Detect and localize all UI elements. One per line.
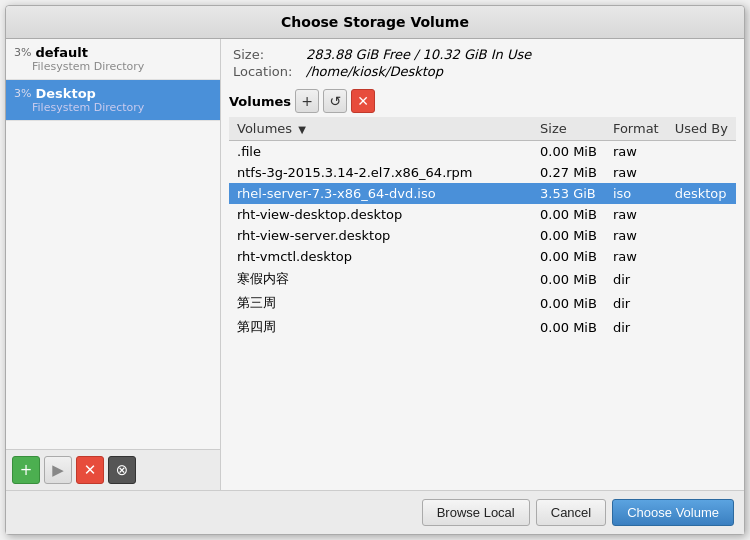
volumes-bar: Volumes + ↺ ✕ <box>221 85 744 117</box>
cell-size-1: 0.27 MiB <box>532 162 605 183</box>
cell-name-3: rht-view-desktop.desktop <box>229 204 532 225</box>
cell-name-7: 第三周 <box>229 291 532 315</box>
cell-format-4: raw <box>605 225 667 246</box>
cell-name-1: ntfs-3g-2015.3.14-2.el7.x86_64.rpm <box>229 162 532 183</box>
storage-item-sub-1: Filesystem Directory <box>14 101 212 114</box>
size-label: Size: <box>233 47 298 62</box>
bottom-right-actions: Browse Local Cancel Choose Volume <box>422 499 734 526</box>
cell-format-1: raw <box>605 162 667 183</box>
volumes-data-table: Volumes ▼ Size Format Used By .file 0.00… <box>229 117 736 339</box>
cancel-button[interactable]: Cancel <box>536 499 606 526</box>
remove-storage-button[interactable]: ✕ <box>76 456 104 484</box>
cell-usedby-7 <box>667 291 736 315</box>
storage-item-percent-0: 3% <box>14 46 31 59</box>
cell-name-8: 第四周 <box>229 315 532 339</box>
add-storage-button[interactable]: + <box>12 456 40 484</box>
choose-volume-button[interactable]: Choose Volume <box>612 499 734 526</box>
dialog-title: Choose Storage Volume <box>6 6 744 39</box>
table-row[interactable]: 第三周 0.00 MiB dir <box>229 291 736 315</box>
info-section: Size: 283.88 GiB Free / 10.32 GiB In Use… <box>221 39 744 85</box>
cell-usedby-1 <box>667 162 736 183</box>
storage-item-name-1: Desktop <box>35 86 95 101</box>
browse-local-button[interactable]: Browse Local <box>422 499 530 526</box>
table-row[interactable]: 第四周 0.00 MiB dir <box>229 315 736 339</box>
bottom-bar: Browse Local Cancel Choose Volume <box>6 490 744 534</box>
table-row[interactable]: 寒假内容 0.00 MiB dir <box>229 267 736 291</box>
location-row: Location: /home/kiosk/Desktop <box>233 64 732 79</box>
cell-size-6: 0.00 MiB <box>532 267 605 291</box>
remove-volume-button[interactable]: ✕ <box>351 89 375 113</box>
storage-item-0[interactable]: 3% default Filesystem Directory <box>6 39 220 80</box>
cell-size-4: 0.00 MiB <box>532 225 605 246</box>
right-panel: Size: 283.88 GiB Free / 10.32 GiB In Use… <box>221 39 744 490</box>
location-label: Location: <box>233 64 298 79</box>
left-panel: 3% default Filesystem Directory 3% Deskt… <box>6 39 221 490</box>
storage-item-percent-1: 3% <box>14 87 31 100</box>
cell-format-2: iso <box>605 183 667 204</box>
col-used-by: Used By <box>667 117 736 141</box>
size-row: Size: 283.88 GiB Free / 10.32 GiB In Use <box>233 47 732 62</box>
cell-format-0: raw <box>605 141 667 163</box>
cell-name-6: 寒假内容 <box>229 267 532 291</box>
left-bottom-bar: + ▶ ✕ ⊗ <box>6 449 220 490</box>
cell-usedby-6 <box>667 267 736 291</box>
table-row[interactable]: ntfs-3g-2015.3.14-2.el7.x86_64.rpm 0.27 … <box>229 162 736 183</box>
size-value: 283.88 GiB Free / 10.32 GiB In Use <box>306 47 531 62</box>
cell-format-3: raw <box>605 204 667 225</box>
add-volume-button[interactable]: + <box>295 89 319 113</box>
cell-size-5: 0.00 MiB <box>532 246 605 267</box>
cell-format-7: dir <box>605 291 667 315</box>
cell-format-6: dir <box>605 267 667 291</box>
cell-usedby-8 <box>667 315 736 339</box>
refresh-volume-button[interactable]: ↺ <box>323 89 347 113</box>
cell-name-0: .file <box>229 141 532 163</box>
storage-item-name-0: default <box>35 45 87 60</box>
cell-format-8: dir <box>605 315 667 339</box>
storage-item-1[interactable]: 3% Desktop Filesystem Directory <box>6 80 220 121</box>
cell-usedby-0 <box>667 141 736 163</box>
table-row[interactable]: .file 0.00 MiB raw <box>229 141 736 163</box>
cell-name-5: rht-vmctl.desktop <box>229 246 532 267</box>
cell-usedby-4 <box>667 225 736 246</box>
table-row[interactable]: rht-view-server.desktop 0.00 MiB raw <box>229 225 736 246</box>
play-storage-button[interactable]: ▶ <box>44 456 72 484</box>
cell-usedby-5 <box>667 246 736 267</box>
cell-name-4: rht-view-server.desktop <box>229 225 532 246</box>
cell-usedby-3 <box>667 204 736 225</box>
cell-size-0: 0.00 MiB <box>532 141 605 163</box>
cell-size-2: 3.53 GiB <box>532 183 605 204</box>
location-value: /home/kiosk/Desktop <box>306 64 443 79</box>
table-row[interactable]: rhel-server-7.3-x86_64-dvd.iso 3.53 GiB … <box>229 183 736 204</box>
volumes-label: Volumes <box>229 94 291 109</box>
storage-item-sub-0: Filesystem Directory <box>14 60 212 73</box>
cell-usedby-2: desktop <box>667 183 736 204</box>
table-row[interactable]: rht-vmctl.desktop 0.00 MiB raw <box>229 246 736 267</box>
dialog-body: 3% default Filesystem Directory 3% Deskt… <box>6 39 744 490</box>
col-size: Size <box>532 117 605 141</box>
choose-storage-dialog: Choose Storage Volume 3% default Filesys… <box>5 5 745 535</box>
cell-size-7: 0.00 MiB <box>532 291 605 315</box>
col-volumes[interactable]: Volumes ▼ <box>229 117 532 141</box>
volumes-table: Volumes ▼ Size Format Used By .file 0.00… <box>229 117 736 490</box>
cell-format-5: raw <box>605 246 667 267</box>
cell-size-3: 0.00 MiB <box>532 204 605 225</box>
table-row[interactable]: rht-view-desktop.desktop 0.00 MiB raw <box>229 204 736 225</box>
cell-size-8: 0.00 MiB <box>532 315 605 339</box>
cell-name-2: rhel-server-7.3-x86_64-dvd.iso <box>229 183 532 204</box>
stop-storage-button[interactable]: ⊗ <box>108 456 136 484</box>
col-format: Format <box>605 117 667 141</box>
